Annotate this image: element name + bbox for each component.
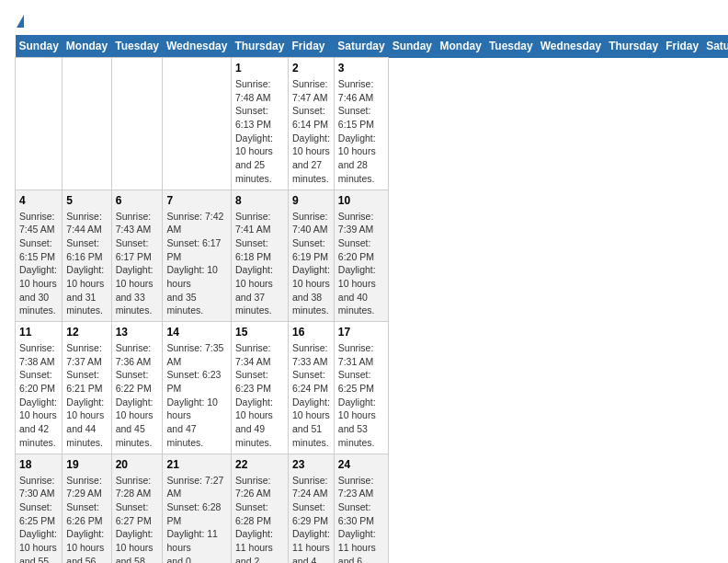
day-number: 14 — [166, 326, 226, 339]
day-number: 1 — [235, 62, 284, 75]
calendar-cell — [111, 58, 163, 190]
calendar-cell — [63, 58, 111, 190]
day-info: Sunrise: 7:28 AM Sunset: 6:27 PM Dayligh… — [116, 474, 159, 564]
day-info: Sunrise: 7:48 AM Sunset: 6:13 PM Dayligh… — [235, 77, 284, 186]
day-info: Sunrise: 7:42 AM Sunset: 6:17 PM Dayligh… — [166, 210, 226, 318]
col-header-monday: Monday — [437, 35, 485, 58]
calendar-cell: 20Sunrise: 7:28 AM Sunset: 6:27 PM Dayli… — [111, 454, 163, 563]
calendar-cell: 12Sunrise: 7:37 AM Sunset: 6:21 PM Dayli… — [63, 322, 111, 454]
calendar-cell: 23Sunrise: 7:24 AM Sunset: 6:29 PM Dayli… — [288, 454, 334, 563]
calendar-cell: 7Sunrise: 7:42 AM Sunset: 6:17 PM Daylig… — [163, 190, 231, 322]
day-number: 22 — [235, 458, 284, 471]
header — [15, 15, 713, 28]
day-info: Sunrise: 7:23 AM Sunset: 6:30 PM Dayligh… — [338, 474, 384, 564]
calendar-cell: 16Sunrise: 7:33 AM Sunset: 6:24 PM Dayli… — [288, 322, 334, 454]
day-number: 7 — [166, 194, 226, 207]
day-number: 3 — [338, 62, 384, 75]
calendar-cell: 6Sunrise: 7:43 AM Sunset: 6:17 PM Daylig… — [111, 190, 163, 322]
calendar-cell: 8Sunrise: 7:41 AM Sunset: 6:18 PM Daylig… — [231, 190, 288, 322]
col-header-sunday: Sunday — [16, 35, 63, 58]
calendar-cell: 19Sunrise: 7:29 AM Sunset: 6:26 PM Dayli… — [63, 454, 111, 563]
day-info: Sunrise: 7:37 AM Sunset: 6:21 PM Dayligh… — [66, 341, 107, 450]
day-number: 18 — [19, 458, 58, 471]
day-info: Sunrise: 7:30 AM Sunset: 6:25 PM Dayligh… — [19, 474, 58, 564]
calendar-cell: 18Sunrise: 7:30 AM Sunset: 6:25 PM Dayli… — [16, 454, 63, 563]
col-header-monday: Monday — [63, 35, 111, 58]
calendar-cell: 10Sunrise: 7:39 AM Sunset: 6:20 PM Dayli… — [334, 190, 388, 322]
day-info: Sunrise: 7:36 AM Sunset: 6:22 PM Dayligh… — [116, 341, 159, 450]
header-row: SundayMondayTuesdayWednesdayThursdayFrid… — [16, 35, 729, 58]
day-info: Sunrise: 7:29 AM Sunset: 6:26 PM Dayligh… — [66, 474, 107, 564]
day-number: 11 — [19, 326, 58, 339]
logo — [15, 15, 24, 28]
day-number: 20 — [116, 458, 159, 471]
day-info: Sunrise: 7:35 AM Sunset: 6:23 PM Dayligh… — [166, 341, 226, 450]
week-row-1: 1Sunrise: 7:48 AM Sunset: 6:13 PM Daylig… — [16, 58, 729, 190]
calendar-cell: 13Sunrise: 7:36 AM Sunset: 6:22 PM Dayli… — [111, 322, 163, 454]
day-info: Sunrise: 7:41 AM Sunset: 6:18 PM Dayligh… — [235, 210, 284, 318]
calendar-cell: 17Sunrise: 7:31 AM Sunset: 6:25 PM Dayli… — [334, 322, 388, 454]
day-info: Sunrise: 7:39 AM Sunset: 6:20 PM Dayligh… — [338, 210, 384, 318]
day-number: 21 — [166, 458, 226, 471]
col-header-wednesday: Wednesday — [163, 35, 231, 58]
day-info: Sunrise: 7:24 AM Sunset: 6:29 PM Dayligh… — [292, 474, 330, 564]
col-header-friday: Friday — [662, 35, 702, 58]
calendar-cell: 15Sunrise: 7:34 AM Sunset: 6:23 PM Dayli… — [231, 322, 288, 454]
calendar-cell: 2Sunrise: 7:47 AM Sunset: 6:14 PM Daylig… — [288, 58, 334, 190]
logo-triangle-icon — [17, 15, 24, 28]
week-row-2: 4Sunrise: 7:45 AM Sunset: 6:15 PM Daylig… — [16, 190, 729, 322]
day-number: 24 — [338, 458, 384, 471]
calendar-cell: 21Sunrise: 7:27 AM Sunset: 6:28 PM Dayli… — [163, 454, 231, 563]
day-info: Sunrise: 7:27 AM Sunset: 6:28 PM Dayligh… — [166, 474, 226, 564]
day-number: 8 — [235, 194, 284, 207]
day-number: 10 — [338, 194, 384, 207]
week-row-4: 18Sunrise: 7:30 AM Sunset: 6:25 PM Dayli… — [16, 454, 729, 563]
col-header-tuesday: Tuesday — [485, 35, 537, 58]
day-number: 16 — [292, 326, 330, 339]
day-number: 13 — [116, 326, 159, 339]
calendar-cell: 11Sunrise: 7:38 AM Sunset: 6:20 PM Dayli… — [16, 322, 63, 454]
day-info: Sunrise: 7:43 AM Sunset: 6:17 PM Dayligh… — [116, 210, 159, 318]
col-header-thursday: Thursday — [605, 35, 662, 58]
day-number: 4 — [19, 194, 58, 207]
calendar-table: SundayMondayTuesdayWednesdayThursdayFrid… — [15, 35, 728, 563]
day-number: 23 — [292, 458, 330, 471]
calendar-cell: 5Sunrise: 7:44 AM Sunset: 6:16 PM Daylig… — [63, 190, 111, 322]
day-info: Sunrise: 7:34 AM Sunset: 6:23 PM Dayligh… — [235, 341, 284, 450]
day-info: Sunrise: 7:40 AM Sunset: 6:19 PM Dayligh… — [292, 210, 330, 318]
col-header-sunday: Sunday — [389, 35, 437, 58]
calendar-cell: 24Sunrise: 7:23 AM Sunset: 6:30 PM Dayli… — [334, 454, 388, 563]
calendar-cell: 4Sunrise: 7:45 AM Sunset: 6:15 PM Daylig… — [16, 190, 63, 322]
calendar-cell: 3Sunrise: 7:46 AM Sunset: 6:15 PM Daylig… — [334, 58, 388, 190]
day-info: Sunrise: 7:38 AM Sunset: 6:20 PM Dayligh… — [19, 341, 58, 450]
calendar-cell: 22Sunrise: 7:26 AM Sunset: 6:28 PM Dayli… — [231, 454, 288, 563]
week-row-3: 11Sunrise: 7:38 AM Sunset: 6:20 PM Dayli… — [16, 322, 729, 454]
calendar-cell: 14Sunrise: 7:35 AM Sunset: 6:23 PM Dayli… — [163, 322, 231, 454]
col-header-saturday: Saturday — [334, 35, 388, 58]
col-header-thursday: Thursday — [231, 35, 288, 58]
day-info: Sunrise: 7:44 AM Sunset: 6:16 PM Dayligh… — [66, 210, 107, 318]
day-info: Sunrise: 7:31 AM Sunset: 6:25 PM Dayligh… — [338, 341, 384, 450]
day-number: 19 — [66, 458, 107, 471]
day-info: Sunrise: 7:45 AM Sunset: 6:15 PM Dayligh… — [19, 210, 58, 318]
col-header-wednesday: Wednesday — [537, 35, 605, 58]
calendar-cell: 9Sunrise: 7:40 AM Sunset: 6:19 PM Daylig… — [288, 190, 334, 322]
day-number: 15 — [235, 326, 284, 339]
day-info: Sunrise: 7:26 AM Sunset: 6:28 PM Dayligh… — [235, 474, 284, 564]
calendar-cell — [163, 58, 231, 190]
day-info: Sunrise: 7:47 AM Sunset: 6:14 PM Dayligh… — [292, 77, 330, 186]
col-header-saturday: Saturday — [702, 35, 728, 58]
day-number: 6 — [116, 194, 159, 207]
calendar-cell: 1Sunrise: 7:48 AM Sunset: 6:13 PM Daylig… — [231, 58, 288, 190]
calendar-cell — [16, 58, 63, 190]
col-header-tuesday: Tuesday — [111, 35, 163, 58]
day-number: 2 — [292, 62, 330, 75]
day-number: 9 — [292, 194, 330, 207]
day-number: 12 — [66, 326, 107, 339]
col-header-friday: Friday — [288, 35, 334, 58]
day-number: 5 — [66, 194, 107, 207]
day-info: Sunrise: 7:33 AM Sunset: 6:24 PM Dayligh… — [292, 341, 330, 450]
day-number: 17 — [338, 326, 384, 339]
day-info: Sunrise: 7:46 AM Sunset: 6:15 PM Dayligh… — [338, 77, 384, 186]
